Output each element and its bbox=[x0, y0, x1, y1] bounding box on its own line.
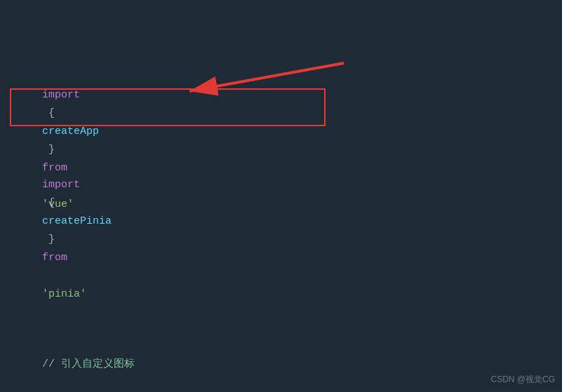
code-editor: import { createApp } from 'vue' import {… bbox=[0, 0, 562, 392]
code-line-2: import { createPinia } from 'pinia' bbox=[17, 158, 545, 176]
code-line-comment1: // 引入自定义图标 bbox=[17, 337, 545, 356]
watermark: CSDN @视觉CG bbox=[490, 372, 555, 386]
keyword-import: import bbox=[42, 89, 80, 101]
code-line-1: import { createApp } from 'vue' bbox=[17, 68, 545, 86]
code-line-blank-1 bbox=[17, 248, 545, 266]
